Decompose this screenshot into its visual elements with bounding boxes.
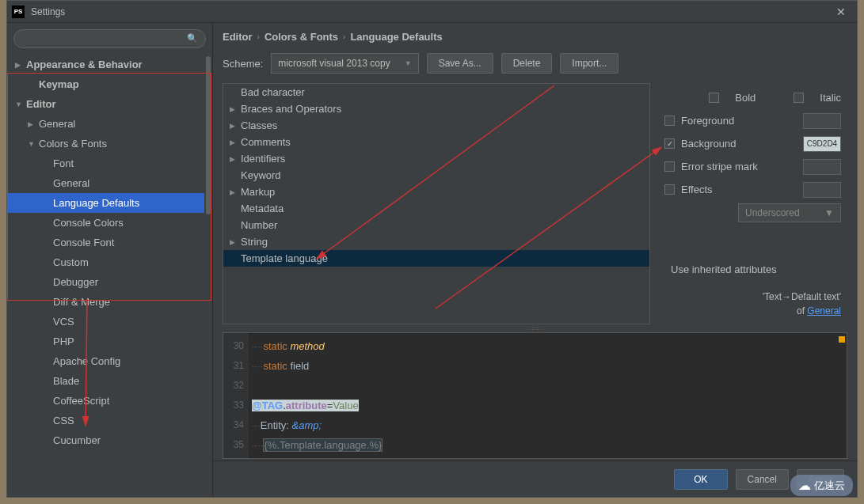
scheme-label: Scheme: (223, 58, 263, 70)
category-item[interactable]: ▶Classes (223, 117, 649, 134)
error-stripe-checkbox[interactable] (664, 161, 675, 172)
splitter[interactable]: ∷∷∷ (223, 324, 847, 332)
save-as-button[interactable]: Save As... (427, 53, 493, 74)
tree-item[interactable]: Console Font (7, 233, 212, 252)
tree-item[interactable]: ▼Editor (7, 94, 212, 114)
effects-checkbox[interactable] (664, 184, 675, 195)
effects-swatch[interactable] (803, 182, 841, 198)
category-item[interactable]: Number (223, 217, 649, 233)
italic-checkbox[interactable] (794, 93, 804, 103)
watermark: ☁ 亿速云 (790, 475, 853, 496)
foreground-swatch[interactable] (803, 113, 841, 129)
category-item[interactable]: ▶Comments (223, 134, 649, 150)
settings-window: PS Settings ✕ 🔍 ▶Appearance & BehaviorKe… (6, 0, 858, 498)
tree-item[interactable]: Console Colors (7, 213, 212, 233)
sidebar-scrollbar[interactable] (204, 56, 212, 497)
error-stripe-swatch[interactable] (803, 159, 841, 175)
tree-item[interactable]: Cucumber (7, 430, 212, 450)
background-checkbox[interactable] (664, 138, 675, 149)
delete-button[interactable]: Delete (501, 53, 553, 74)
effects-dropdown[interactable]: Underscored▼ (738, 203, 841, 222)
category-item[interactable]: ▶Braces and Operators (223, 100, 649, 117)
chevron-down-icon: ▼ (824, 207, 834, 218)
app-icon: PS (12, 6, 25, 18)
ok-button[interactable]: OK (674, 469, 727, 490)
import-button[interactable]: Import... (560, 53, 619, 74)
category-item[interactable]: Metadata (223, 200, 649, 217)
general-link[interactable]: General (807, 305, 841, 316)
cloud-icon: ☁ (798, 478, 811, 493)
foreground-checkbox[interactable] (664, 116, 675, 126)
category-item[interactable]: ▶String (223, 233, 649, 250)
tree-item[interactable]: VCS (7, 312, 212, 332)
tree-item[interactable]: General (7, 173, 212, 193)
category-item[interactable]: Keyword (223, 167, 649, 184)
tree-item[interactable]: ▼Colors & Fonts (7, 134, 212, 153)
tree-item[interactable]: Apache Config (7, 351, 212, 371)
category-item[interactable]: Template language (223, 250, 649, 267)
settings-tree[interactable]: ▶Appearance & BehaviorKeymap▼Editor▶Gene… (7, 55, 212, 497)
category-item[interactable]: Bad character (223, 84, 649, 100)
bold-checkbox[interactable] (709, 93, 719, 103)
properties-panel: Bold Italic Foreground Background C9D2D4 (650, 83, 847, 324)
preview-marker (839, 336, 845, 343)
window-title: Settings (31, 6, 65, 17)
tree-item[interactable]: ▶Appearance & Behavior (7, 55, 212, 74)
search-icon: 🔍 (187, 33, 198, 44)
tree-item[interactable]: Blade (7, 371, 212, 391)
breadcrumb: Editor› Colors & Fonts› Language Default… (213, 23, 857, 50)
category-item[interactable]: ▶Markup (223, 184, 649, 200)
titlebar: PS Settings ✕ (7, 1, 857, 23)
chevron-down-icon: ▼ (405, 59, 412, 67)
scheme-dropdown[interactable]: microsoft visual 2013 copy▼ (271, 53, 418, 74)
sidebar: 🔍 ▶Appearance & BehaviorKeymap▼Editor▶Ge… (7, 23, 213, 497)
inherit-source: 'Text→Default text' of General (664, 290, 841, 318)
tree-item[interactable]: Language Defaults (7, 193, 212, 213)
close-icon[interactable]: ✕ (830, 1, 852, 23)
code-preview: 303132333435 ····static method ····stati… (223, 332, 847, 459)
cancel-button[interactable]: Cancel (736, 469, 789, 490)
tree-item[interactable]: CoffeeScript (7, 391, 212, 411)
search-input[interactable] (13, 29, 206, 48)
background-swatch[interactable]: C9D2D4 (803, 136, 841, 152)
tree-item[interactable]: ▶General (7, 114, 212, 134)
category-list[interactable]: Bad character▶Braces and Operators▶Class… (223, 83, 650, 324)
tree-item[interactable]: Font (7, 153, 212, 173)
tree-item[interactable]: CSS (7, 411, 212, 430)
dialog-footer: OK Cancel Apply (213, 460, 857, 497)
tree-item[interactable]: PHP (7, 332, 212, 351)
tree-item[interactable]: Custom (7, 252, 212, 272)
tree-item[interactable]: Keymap (7, 74, 212, 94)
tree-item[interactable]: Debugger (7, 272, 212, 292)
category-item[interactable]: ▶Identifiers (223, 150, 649, 167)
tree-item[interactable]: Diff & Merge (7, 292, 212, 312)
main-panel: Editor› Colors & Fonts› Language Default… (213, 23, 857, 497)
